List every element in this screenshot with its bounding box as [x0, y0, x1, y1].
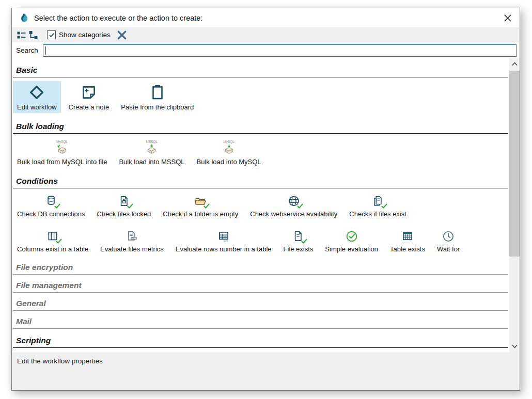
category-items: Check DB connectionsCheck files lockedCh…: [13, 188, 508, 257]
bulk-load-in-icon: MySQL: [223, 140, 235, 156]
category-mail: Mail: [13, 316, 508, 329]
bulk-load-in-icon: [146, 144, 158, 156]
action-item-label: Check files locked: [97, 210, 151, 218]
action-item-label: Table exists: [390, 245, 425, 253]
action-item-label: Check webservice availability: [250, 210, 337, 218]
action-item-label: Create a note: [69, 103, 109, 111]
green-check-icon: [127, 203, 133, 209]
bulk-load-out-icon: [56, 144, 68, 156]
category-header-general: General: [13, 298, 508, 311]
action-item-file-exists[interactable]: File exists: [279, 227, 318, 255]
svg-text:123: 123: [224, 240, 228, 243]
category-header-basic: Basic: [13, 65, 508, 77]
file-check-icon: [291, 230, 305, 243]
bulk-load-out-icon: MySQL: [56, 140, 68, 156]
edit-workflow-icon: [28, 84, 45, 101]
action-item-create-a-note[interactable]: Create a note: [65, 81, 114, 113]
chevron-up-icon[interactable]: [509, 58, 520, 70]
category-file-management: File management: [13, 280, 508, 293]
action-item-bulk-load-into-mssql[interactable]: MSSQL Bulk load into MSSQL: [115, 137, 189, 168]
action-item-checks-if-files-exist[interactable]: Checks if files exist: [345, 192, 411, 220]
table-exists-icon: [401, 230, 414, 243]
action-item-check-webservice-availability[interactable]: Check webservice availability: [246, 192, 341, 220]
category-header-scripting: Scripting: [13, 336, 508, 348]
green-check-icon: [204, 203, 210, 209]
action-item-label: Simple evaluation: [325, 245, 378, 253]
category-items: Edit workflowCreate a notePaste from the…: [13, 77, 508, 115]
action-item-label: Bulk load from MySQL into file: [17, 158, 107, 166]
clear-x-icon[interactable]: [117, 30, 127, 40]
category-header-conditions: Conditions: [13, 176, 508, 188]
action-item-bulk-load-from-mysql-into-file[interactable]: MySQL Bulk load from MySQL into file: [13, 137, 111, 168]
action-item-simple-evaluation[interactable]: Simple evaluation: [321, 227, 382, 255]
tree-view-icon[interactable]: [28, 30, 39, 40]
action-item-check-files-locked[interactable]: Check files locked: [93, 192, 155, 220]
action-item-label: Check DB connections: [17, 210, 85, 218]
action-item-edit-workflow[interactable]: Edit workflow: [13, 81, 61, 113]
file-metrics-icon: [125, 230, 138, 243]
action-item-label: File exists: [284, 245, 314, 253]
bulk-load-in-icon: [223, 144, 235, 156]
action-item-javascript-script-icon[interactable]: JS: [13, 352, 31, 352]
action-item-label: Wait for: [437, 245, 460, 253]
table-rows-count-icon: 123: [217, 230, 230, 243]
bulk-load-in-icon: MSSQL: [146, 140, 158, 156]
edit-workflow-icon: [28, 84, 45, 101]
action-item-check-if-a-folder-is-empty[interactable]: Check if a folder is empty: [159, 192, 242, 220]
show-categories-label[interactable]: Show categories: [59, 31, 111, 39]
clipboard-icon: [149, 84, 166, 101]
action-item-label: Checks if files exist: [349, 210, 406, 218]
action-item-check-db-connections[interactable]: Check DB connections: [13, 192, 89, 220]
chevron-down-icon[interactable]: [509, 341, 520, 352]
category-basic: BasicEdit workflowCreate a notePaste fro…: [13, 65, 508, 115]
description-footer: Edit the workflow properties: [12, 352, 520, 390]
action-item-label: Evaluate rows number in a table: [176, 245, 272, 253]
category-header-file-encryption: File encryption: [13, 262, 508, 275]
dialog-title: Select the action to execute or the acti…: [34, 14, 202, 22]
clipboard-icon: [149, 84, 166, 101]
green-check-icon: [381, 203, 387, 209]
action-item-columns-exist-in-a-table[interactable]: Columns exist in a table: [13, 227, 92, 255]
green-check-icon: [54, 203, 60, 209]
scrollbar-thumb[interactable]: [509, 71, 520, 257]
action-item-table-exists[interactable]: Table exists: [386, 227, 429, 255]
selected-action-description: Edit the workflow properties: [17, 357, 103, 365]
files-stack-check-icon: [371, 195, 385, 208]
action-item-label: Bulk load into MySQL: [197, 158, 261, 166]
action-select-dialog: Select the action to execute or the acti…: [11, 8, 520, 391]
action-list-viewport: BasicEdit workflowCreate a notePaste fro…: [12, 58, 520, 352]
action-list: BasicEdit workflowCreate a notePaste fro…: [13, 58, 508, 352]
hop-logo-icon: [19, 12, 29, 24]
action-item-label: Check if a folder is empty: [163, 210, 238, 218]
table-rows-count-icon: 123: [217, 230, 230, 243]
action-item-label: Paste from the clipboard: [121, 103, 194, 111]
db-type-tag: MySQL: [56, 140, 68, 143]
show-categories-checkbox[interactable]: [47, 30, 56, 39]
category-header-mail: Mail: [13, 316, 508, 329]
search-row: Search: [12, 42, 520, 58]
action-item-sql-script-icon[interactable]: SQL: [56, 352, 74, 352]
green-check-icon: [56, 238, 62, 244]
search-label: Search: [16, 46, 38, 54]
action-item-evaluate-files-metrics[interactable]: Evaluate files metrics: [96, 227, 168, 255]
action-item-label: Bulk load into MSSQL: [119, 158, 184, 166]
action-item-paste-from-the-clipboard[interactable]: Paste from the clipboard: [117, 81, 198, 113]
green-check-icon: [297, 203, 303, 209]
text-caret: [45, 46, 46, 55]
action-item-bulk-load-into-mysql[interactable]: MySQL Bulk load into MySQL: [193, 137, 265, 168]
action-item-shell-script-icon[interactable]: >: [35, 352, 53, 352]
webservice-check-icon: [287, 195, 301, 208]
file-metrics-icon: [125, 230, 138, 243]
category-header-file-management: File management: [13, 280, 508, 293]
action-item-wait-for[interactable]: Wait for: [433, 227, 464, 255]
green-check-icon: [301, 238, 307, 244]
category-bulk-loading: Bulk loadingMySQL Bulk load from MySQL i…: [13, 121, 508, 169]
vertical-scrollbar[interactable]: [509, 58, 520, 352]
action-item-label: Columns exist in a table: [17, 245, 88, 253]
table-exists-icon: [401, 230, 414, 243]
search-input[interactable]: [43, 44, 517, 57]
category-items: JS > SQL: [13, 348, 508, 352]
close-x-icon[interactable]: [503, 13, 512, 23]
list-view-icon[interactable]: [17, 30, 27, 40]
action-item-evaluate-rows-number-in-a-table[interactable]: 123Evaluate rows number in a table: [171, 227, 276, 255]
